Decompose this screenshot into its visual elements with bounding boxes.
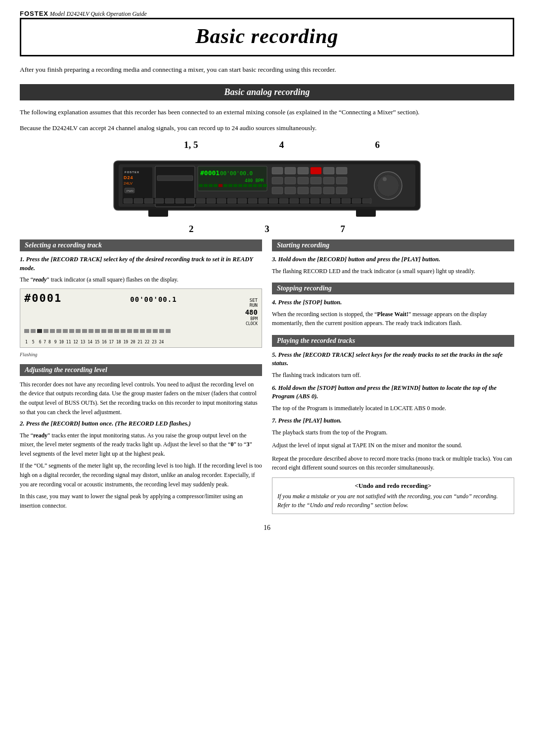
step5-text: The flashing track indicators turn off. bbox=[272, 371, 514, 380]
svg-text:D24: D24 bbox=[124, 175, 134, 180]
basic-analog-header: Basic analog recording bbox=[20, 84, 514, 100]
svg-rect-14 bbox=[199, 184, 203, 187]
device-image: FOSTEX D24 24LV PWR #0001 00'00'00.0 480… bbox=[20, 153, 514, 223]
svg-rect-67 bbox=[290, 198, 299, 203]
svg-rect-34 bbox=[272, 177, 283, 184]
svg-rect-89 bbox=[101, 329, 106, 333]
svg-rect-87 bbox=[89, 329, 93, 333]
display-mockup: #0001 00'00'00.1 SET RUN 480 BPM CLOCK bbox=[20, 288, 262, 348]
svg-rect-95 bbox=[140, 329, 145, 333]
display-right-info: SET RUN 480 BPM CLOCK bbox=[245, 298, 258, 326]
svg-rect-33 bbox=[336, 167, 347, 174]
svg-rect-72 bbox=[342, 198, 351, 203]
svg-rect-55 bbox=[165, 198, 174, 203]
step6-text: The top of the Program is immediately lo… bbox=[272, 404, 514, 413]
analog-intro-1: The following explanation assumes that t… bbox=[20, 107, 514, 118]
svg-rect-62 bbox=[238, 198, 247, 203]
svg-rect-40 bbox=[272, 187, 283, 194]
step7-text1: The playback starts from the top of the … bbox=[272, 428, 514, 437]
callout-1-5: 1, 5 bbox=[184, 140, 198, 150]
svg-rect-94 bbox=[134, 329, 138, 333]
svg-point-48 bbox=[377, 175, 399, 196]
svg-rect-38 bbox=[323, 177, 334, 184]
svg-rect-26 bbox=[258, 184, 262, 187]
step2-text1: The “ready” tracks enter the input monit… bbox=[20, 431, 262, 459]
svg-rect-98 bbox=[159, 329, 164, 333]
svg-rect-61 bbox=[227, 198, 236, 203]
display-bpm: 480 bbox=[245, 308, 258, 316]
page-title: Basic recording bbox=[20, 18, 514, 56]
analog-intro-2: Because the D2424LV can accept 24 channe… bbox=[20, 123, 514, 134]
svg-rect-96 bbox=[146, 329, 151, 333]
callout-6: 6 bbox=[375, 140, 380, 150]
stopping-recording-header: Stopping recording bbox=[272, 283, 514, 294]
svg-rect-32 bbox=[323, 167, 334, 174]
svg-rect-82 bbox=[56, 329, 61, 333]
display-counter: #0001 bbox=[24, 292, 62, 304]
svg-text:480 BPM: 480 BPM bbox=[245, 178, 264, 183]
svg-rect-63 bbox=[248, 198, 257, 203]
step3-text: The flashing RECORD LED and the track in… bbox=[272, 267, 514, 276]
svg-rect-90 bbox=[108, 329, 113, 333]
svg-text:00'00'00.0: 00'00'00.0 bbox=[220, 170, 253, 177]
svg-rect-20 bbox=[228, 184, 232, 187]
svg-rect-80 bbox=[44, 329, 48, 333]
svg-rect-79 bbox=[37, 329, 42, 333]
svg-rect-83 bbox=[63, 329, 68, 333]
callout-2: 2 bbox=[189, 224, 194, 235]
step2-text2: If the “OL” segments of the meter light … bbox=[20, 461, 262, 489]
svg-text:#0001: #0001 bbox=[200, 169, 220, 177]
step3-bold: 3. Hold down the [RECORD] button and pre… bbox=[272, 255, 514, 264]
svg-rect-70 bbox=[321, 198, 330, 203]
playing-tracks-header: Playing the recorded tracks bbox=[272, 335, 514, 347]
svg-rect-24 bbox=[248, 184, 252, 187]
undo-redo-box: <Undo and redo recording> If you make a … bbox=[272, 477, 514, 514]
svg-rect-85 bbox=[76, 329, 81, 333]
svg-rect-93 bbox=[127, 329, 132, 333]
svg-rect-31 bbox=[311, 167, 321, 174]
svg-text:PWR: PWR bbox=[127, 189, 134, 192]
svg-rect-69 bbox=[311, 198, 319, 203]
display-time: 00'00'00.1 bbox=[130, 295, 177, 303]
callout-4: 4 bbox=[279, 140, 284, 150]
step2-bold: 2. Press the [RECORD] button once. (The … bbox=[20, 420, 262, 428]
step2-text3: In this case, you may want to lower the … bbox=[20, 492, 262, 510]
model-guide: Model D2424LV Quick Operation Guide bbox=[50, 10, 147, 17]
svg-rect-30 bbox=[298, 167, 309, 174]
svg-rect-39 bbox=[336, 177, 347, 184]
intro-text: After you finish preparing a recording m… bbox=[20, 64, 514, 75]
svg-text:24LV: 24LV bbox=[124, 181, 133, 186]
svg-rect-60 bbox=[217, 198, 226, 203]
svg-rect-65 bbox=[269, 198, 278, 203]
header: FOSTEX Model D2424LV Quick Operation Gui… bbox=[20, 10, 514, 18]
svg-rect-86 bbox=[82, 329, 87, 333]
svg-rect-54 bbox=[155, 198, 164, 203]
adjusting-level-header: Adjusting the recording level bbox=[20, 364, 262, 376]
svg-rect-25 bbox=[253, 184, 257, 187]
step6-bold: 6. Hold down the [STOP] button and press… bbox=[272, 384, 514, 401]
svg-rect-64 bbox=[259, 198, 267, 203]
svg-rect-19 bbox=[223, 184, 227, 187]
callout-3: 3 bbox=[265, 224, 269, 235]
svg-rect-41 bbox=[285, 187, 296, 194]
step7-bold: 7. Press the [PLAY] button. bbox=[272, 417, 514, 425]
svg-text:FOSTEX: FOSTEX bbox=[125, 171, 139, 174]
step7-text3: Repeat the procedure described above to … bbox=[272, 454, 514, 472]
svg-rect-88 bbox=[95, 329, 100, 333]
svg-rect-16 bbox=[209, 184, 213, 187]
step1-text: The “ready” track indicator (a small squ… bbox=[20, 275, 262, 284]
svg-point-49 bbox=[383, 177, 387, 181]
step1-bold: 1. Press the [RECORD TRACK] select key o… bbox=[20, 255, 262, 273]
svg-rect-44 bbox=[323, 187, 334, 194]
left-column: Selecting a recording track 1. Press the… bbox=[20, 239, 262, 514]
svg-rect-99 bbox=[166, 329, 171, 333]
starting-recording-header: Starting recording bbox=[272, 239, 514, 251]
svg-rect-76 bbox=[356, 209, 376, 217]
svg-rect-15 bbox=[204, 184, 208, 187]
svg-rect-21 bbox=[233, 184, 237, 187]
undo-title: <Undo and redo recording> bbox=[277, 482, 509, 490]
svg-rect-28 bbox=[272, 167, 283, 174]
svg-rect-27 bbox=[263, 184, 267, 187]
svg-rect-68 bbox=[300, 198, 309, 203]
svg-rect-66 bbox=[279, 198, 288, 203]
